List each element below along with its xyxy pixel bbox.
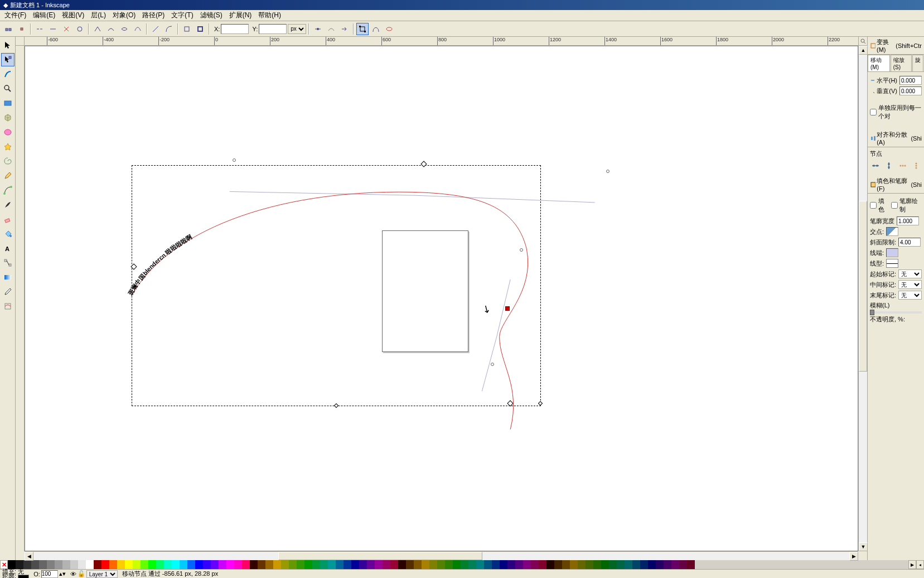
palette-swatch[interactable] <box>141 560 148 569</box>
palette-swatch[interactable] <box>664 560 671 569</box>
palette-swatch[interactable] <box>187 560 195 569</box>
miter-input[interactable] <box>898 238 921 247</box>
palette-swatch[interactable] <box>234 560 242 569</box>
palette-swatch[interactable] <box>593 560 601 569</box>
menu-layer[interactable]: 层(L) <box>88 9 109 21</box>
cap-swatch[interactable] <box>886 248 898 257</box>
palette-swatch[interactable] <box>109 560 117 569</box>
palette-swatch[interactable] <box>250 560 258 569</box>
palette-swatch[interactable] <box>70 560 78 569</box>
zoom-corner[interactable] <box>858 37 867 46</box>
scroll-v-track[interactable] <box>859 55 867 542</box>
palette-swatch[interactable] <box>507 560 515 569</box>
palette-swatch[interactable] <box>679 560 687 569</box>
palette-swatch[interactable] <box>164 560 172 569</box>
layer-select[interactable]: Layer 1 <box>86 570 118 578</box>
layer-lock-icon[interactable]: 🔓 <box>78 570 85 577</box>
node-cusp-btn[interactable] <box>91 23 104 35</box>
palette-swatch[interactable] <box>23 560 31 569</box>
node-insert-btn[interactable] <box>2 23 14 35</box>
palette-menu[interactable]: ◂ <box>916 560 924 569</box>
palette-swatch[interactable] <box>78 560 86 569</box>
bezier-handle[interactable] <box>606 170 609 173</box>
tool-selector[interactable] <box>1 38 14 52</box>
palette-swatch[interactable] <box>625 560 632 569</box>
scrollbar-vertical[interactable]: ▲ ▼ <box>858 46 867 551</box>
menu-text[interactable]: 文字(T) <box>168 9 196 21</box>
fill-toggle[interactable] <box>870 202 877 209</box>
palette-swatch[interactable] <box>117 560 125 569</box>
node-delete-btn[interactable] <box>16 23 28 35</box>
apply-each-checkbox[interactable] <box>870 109 877 115</box>
bezier-handle[interactable] <box>491 363 494 366</box>
tool-lpe[interactable] <box>1 300 14 313</box>
stroke-to-path-btn[interactable] <box>194 23 206 35</box>
scroll-v-thumb[interactable] <box>859 201 867 372</box>
palette-swatch[interactable] <box>523 560 531 569</box>
menu-view[interactable]: 视图(V) <box>59 9 88 21</box>
opacity-spinner-icon[interactable]: ▴▾ <box>59 570 66 577</box>
y-input[interactable] <box>259 24 287 34</box>
palette-swatch[interactable] <box>586 560 593 569</box>
palette-swatch[interactable] <box>172 560 180 569</box>
align-nodes-v-btn[interactable] <box>883 160 894 172</box>
tool-paintbucket[interactable] <box>1 227 14 240</box>
node-smooth-btn[interactable] <box>105 23 117 35</box>
palette-swatch[interactable] <box>422 560 429 569</box>
show-handles-btn[interactable] <box>312 23 324 35</box>
marker-mid-select[interactable]: 无 <box>898 280 922 289</box>
palette-swatch[interactable] <box>468 560 476 569</box>
tool-pencil[interactable] <box>1 169 14 182</box>
tool-bezier[interactable] <box>1 184 14 197</box>
palette-swatch[interactable] <box>125 560 133 569</box>
palette-swatch[interactable] <box>461 560 468 569</box>
palette-swatch[interactable] <box>31 560 39 569</box>
palette-swatch[interactable] <box>86 560 94 569</box>
canvas[interactable]: 斑斓中国blendercn 啦啦啦啦啊 ↘ <box>25 46 858 551</box>
scroll-down-btn[interactable]: ▼ <box>859 542 868 551</box>
tool-ellipse[interactable] <box>1 126 14 139</box>
object-to-path-btn[interactable] <box>181 23 193 35</box>
tool-gradient[interactable] <box>1 271 14 284</box>
show-bezier-handles-btn[interactable] <box>370 23 382 35</box>
node-break-btn[interactable] <box>33 23 46 35</box>
tool-calligraphy[interactable] <box>1 198 14 211</box>
palette-swatch[interactable] <box>476 560 484 569</box>
scroll-left-btn[interactable]: ◀ <box>25 552 33 561</box>
palette-swatch[interactable] <box>351 560 359 569</box>
tool-spiral[interactable] <box>1 155 14 168</box>
palette-swatch[interactable] <box>148 560 156 569</box>
palette-swatch[interactable] <box>156 560 164 569</box>
menu-extensions[interactable]: 扩展(N) <box>226 9 255 21</box>
palette-swatch[interactable] <box>39 560 47 569</box>
node-delete-segment-btn[interactable] <box>60 23 72 35</box>
tool-tweak[interactable] <box>1 68 14 81</box>
palette-swatch[interactable] <box>312 560 320 569</box>
tool-rect[interactable] <box>1 97 14 110</box>
scroll-up-btn[interactable]: ▲ <box>859 46 868 55</box>
menu-object[interactable]: 对象(O) <box>109 9 139 21</box>
align-panel-header[interactable]: 对齐和分散(A) (Shi <box>868 129 924 147</box>
node-close-btn[interactable] <box>74 23 86 35</box>
palette-swatch[interactable] <box>336 560 344 569</box>
show-path-outline-btn[interactable] <box>383 23 395 35</box>
palette-swatch[interactable] <box>101 560 109 569</box>
palette-swatch[interactable] <box>226 560 234 569</box>
palette-swatch[interactable] <box>211 560 219 569</box>
palette-swatch[interactable] <box>94 560 101 569</box>
layer-visibility-icon[interactable]: 👁 <box>70 571 76 577</box>
node-line-btn[interactable] <box>149 23 162 35</box>
palette-swatch[interactable] <box>492 560 500 569</box>
tool-node[interactable] <box>1 53 14 66</box>
palette-swatch[interactable] <box>203 560 211 569</box>
stroke-width-input[interactable] <box>897 216 919 225</box>
path-selected-node[interactable] <box>505 306 510 311</box>
menu-file[interactable]: 文件(F) <box>1 9 30 21</box>
palette-swatch[interactable] <box>297 560 304 569</box>
menu-filters[interactable]: 滤镜(S) <box>197 9 226 21</box>
menu-help[interactable]: 帮助(H) <box>255 9 284 21</box>
align-nodes-h-btn[interactable] <box>870 160 881 172</box>
scroll-h-track[interactable] <box>33 552 849 560</box>
palette-swatch[interactable] <box>445 560 453 569</box>
palette-swatch[interactable] <box>453 560 461 569</box>
